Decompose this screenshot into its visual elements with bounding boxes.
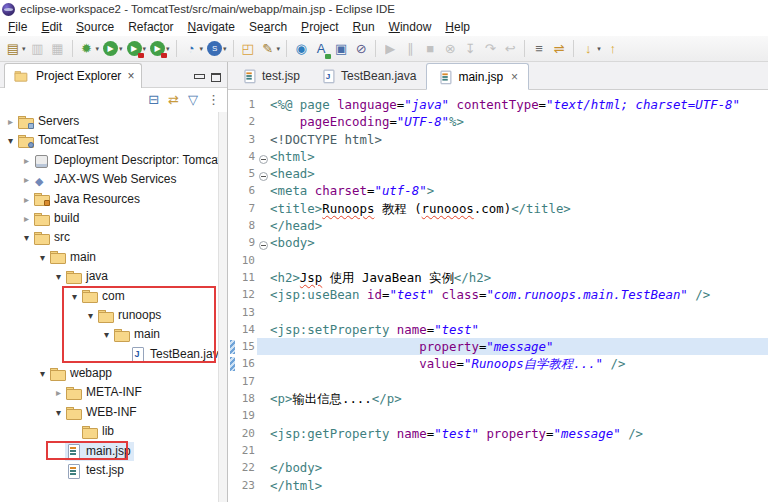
- toolbar-java-ee-button[interactable]: S▾: [205, 38, 229, 60]
- code-line: 15 property="message": [228, 338, 768, 355]
- fold-column: [257, 459, 270, 476]
- annotation-box: [46, 441, 128, 460]
- toolbar-step-over-button: ↷: [480, 38, 500, 60]
- line-number: 1: [237, 96, 257, 113]
- close-icon[interactable]: ×: [127, 69, 134, 83]
- toolbar-profile-button[interactable]: ▶▾: [148, 38, 172, 60]
- toolbar-separator: [524, 40, 525, 57]
- tree-item-webapp[interactable]: ▾webapp: [0, 364, 227, 383]
- editor-tab-TestBean-java[interactable]: TestBean.java: [310, 62, 426, 89]
- tree-item-web-inf[interactable]: ▾WEB-INF: [0, 403, 227, 422]
- collapse-icon[interactable]: [259, 172, 268, 181]
- toolbar-debug-button[interactable]: ✹▾: [77, 38, 102, 60]
- menu-item-help[interactable]: Help: [438, 20, 477, 34]
- tree-item-main[interactable]: ▾main: [0, 248, 227, 267]
- expander-icon[interactable]: ▸: [20, 190, 33, 209]
- tree-item-build[interactable]: ▸build: [0, 209, 227, 228]
- editor-tab-test-jsp[interactable]: test.jsp: [231, 62, 310, 89]
- menu-item-project[interactable]: Project: [294, 20, 345, 34]
- main-toolbar: ▤▾▥▦✹▾▶▾▶▾▶▾◔▾S▾◰✎▾◉A▣⊘▶∥■⊗↧↷↩≡⇌↓▾↑: [0, 36, 768, 62]
- toolbar-search-button[interactable]: ⊘: [351, 38, 371, 60]
- tree-item-src[interactable]: ▾src: [0, 228, 227, 247]
- tab-project-explorer[interactable]: Project Explorer ×: [4, 63, 142, 88]
- expander-icon[interactable]: ▾: [52, 403, 65, 422]
- toolbar-new-java-type-button[interactable]: A: [311, 38, 331, 60]
- tree-item-jax-ws-web-services[interactable]: ▸JAX-WS Web Services: [0, 170, 227, 189]
- toolbar-use-step-filters-button[interactable]: ≡: [529, 38, 549, 60]
- dropdown-caret-icon: ▾: [96, 45, 100, 53]
- tree-item-meta-inf[interactable]: ▸META-INF: [0, 383, 227, 402]
- code-text: <meta charset="utf-8">: [270, 182, 434, 199]
- tree-item-lib[interactable]: lib: [0, 422, 227, 441]
- toolbar-mark-occurrences-button[interactable]: ✎▾: [258, 38, 283, 60]
- explorer-tool-filter[interactable]: ▽: [188, 93, 198, 107]
- menu-item-refactor[interactable]: Refactor: [121, 20, 180, 34]
- expander-icon[interactable]: ▾: [4, 131, 17, 150]
- expander-icon[interactable]: ▸: [20, 170, 33, 189]
- line-body: [257, 252, 768, 269]
- editor-tab-main-jsp[interactable]: main.jsp×: [426, 63, 529, 90]
- java-file-icon: [321, 69, 336, 82]
- code-text: <jsp:useBean id="test" class="com.runoop…: [270, 286, 710, 303]
- toolbar-step-return-button: ↩: [500, 38, 520, 60]
- code-text: <head>: [270, 165, 315, 182]
- new-java-type-icon: A: [313, 41, 329, 57]
- expander-icon[interactable]: ▸: [4, 112, 17, 131]
- code-area[interactable]: 1<%@ page language="java" contentType="t…: [228, 90, 768, 502]
- tree-item-java[interactable]: ▾java: [0, 267, 227, 286]
- expander-icon[interactable]: ▾: [36, 364, 49, 383]
- code-line: 9<body>: [228, 234, 768, 251]
- collapse-icon[interactable]: [259, 241, 268, 250]
- menu-item-source[interactable]: Source: [69, 20, 121, 34]
- tree-item-tomcattest[interactable]: ▾TomcatTest: [0, 131, 227, 150]
- tab-label: TestBean.java: [341, 69, 416, 83]
- fold-column: [257, 373, 270, 390]
- menu-item-search[interactable]: Search: [242, 20, 294, 34]
- expander-icon[interactable]: ▾: [36, 248, 49, 267]
- expander-icon[interactable]: ▸: [20, 151, 33, 170]
- menu-item-window[interactable]: Window: [382, 20, 439, 34]
- minimize-icon[interactable]: [194, 74, 204, 82]
- expander-icon[interactable]: ▾: [20, 228, 33, 247]
- toolbar-open-folder-button[interactable]: ◰: [238, 38, 258, 60]
- toolbar-web-browser-button[interactable]: ◉: [291, 38, 311, 60]
- code-line: 4<html>: [228, 148, 768, 165]
- toolbar-console-button[interactable]: ▣: [331, 38, 351, 60]
- expander-icon[interactable]: ▸: [20, 209, 33, 228]
- menu-item-file[interactable]: File: [1, 20, 34, 34]
- collapse-icon[interactable]: [259, 155, 268, 164]
- code-text: </head>: [270, 217, 322, 234]
- tree-item-servers[interactable]: ▸Servers: [0, 112, 227, 131]
- expander-icon[interactable]: ▾: [52, 267, 65, 286]
- maximize-icon[interactable]: [211, 73, 221, 82]
- line-number: 21: [237, 442, 257, 459]
- code-line: 3<!DOCTYPE html>: [228, 131, 768, 148]
- toolbar-previous-annotation-button[interactable]: ↑: [603, 38, 623, 60]
- explorer-tool-link-with-editor[interactable]: ⇄: [168, 93, 179, 107]
- close-icon[interactable]: ×: [511, 70, 518, 84]
- line-body: [257, 407, 768, 424]
- menu-item-edit[interactable]: Edit: [34, 20, 69, 34]
- editor-tabbar: test.jspTestBean.javamain.jsp×: [228, 62, 768, 90]
- marker-column: [228, 182, 237, 199]
- expander-icon[interactable]: ▸: [52, 383, 65, 402]
- toolbar-run-button[interactable]: ▶▾: [101, 38, 125, 60]
- toolbar-skip-all-breakpoints-button[interactable]: ⇌: [549, 38, 569, 60]
- menu-item-navigate[interactable]: Navigate: [181, 20, 242, 34]
- tree-item-deployment-descriptor-tomcat[interactable]: ▸Deployment Descriptor: Tomcat: [0, 151, 227, 170]
- toolbar-resume-button: ▶: [380, 38, 400, 60]
- marker-column: [228, 286, 237, 303]
- toolbar-next-annotation-button[interactable]: ↓▾: [578, 38, 603, 60]
- tree-item-java-resources[interactable]: ▸Java Resources: [0, 190, 227, 209]
- explorer-tool-view-menu[interactable]: ⋮: [207, 93, 219, 107]
- explorer-tool-collapse-all[interactable]: ⊟: [148, 93, 159, 107]
- line-body: [257, 442, 768, 459]
- marker-column: [228, 425, 237, 442]
- explorer-scrollbar[interactable]: [218, 112, 227, 502]
- view-window-buttons: [194, 73, 227, 87]
- toolbar-coverage-button[interactable]: ▶▾: [125, 38, 149, 60]
- toolbar-new-web-service-button[interactable]: ◔▾: [181, 38, 206, 60]
- toolbar-new-wizard-button[interactable]: ▤▾: [3, 38, 28, 60]
- menu-item-run[interactable]: Run: [346, 20, 382, 34]
- tree-item-test-jsp[interactable]: test.jsp: [0, 461, 227, 480]
